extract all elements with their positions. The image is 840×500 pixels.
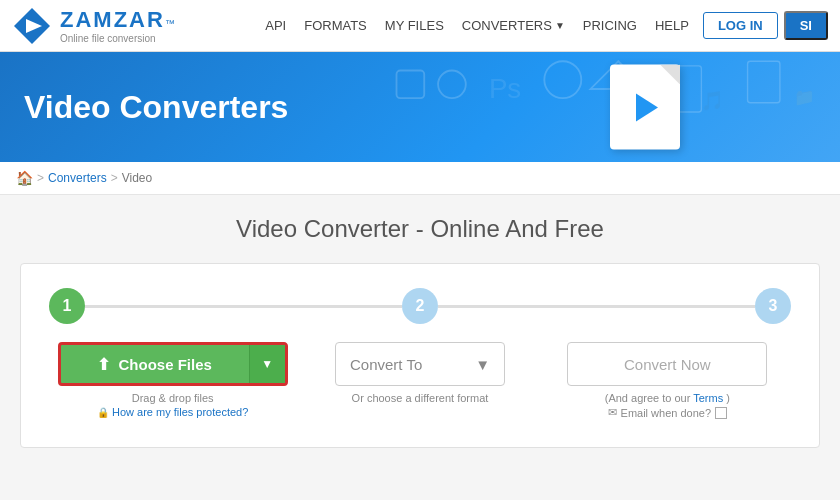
- nav-links: API FORMATS MY FILES CONVERTERS ▼ PRICIN…: [265, 18, 689, 33]
- svg-rect-2: [397, 70, 425, 98]
- breadcrumb-home[interactable]: 🏠: [16, 170, 33, 186]
- convert-to-button[interactable]: Convert To ▼: [335, 342, 505, 386]
- email-checkbox[interactable]: [715, 407, 727, 419]
- play-triangle: [636, 93, 658, 121]
- step-connector-1: [85, 305, 402, 308]
- svg-text:Ps: Ps: [489, 73, 521, 104]
- step-3-circle: 3: [755, 288, 791, 324]
- convert-now-col: Convert Now (And agree to our Terms ) ✉ …: [544, 342, 791, 419]
- choose-files-dropdown[interactable]: ▼: [249, 345, 285, 383]
- lock-icon: 🔒: [97, 407, 109, 418]
- step-1-container: 1: [49, 288, 85, 324]
- svg-point-5: [544, 61, 581, 98]
- terms-post: ): [726, 392, 730, 404]
- convert-to-label: Convert To: [350, 356, 422, 373]
- terms-row: (And agree to our Terms ): [605, 392, 730, 404]
- brand-name: ZAMZAR: [60, 7, 165, 33]
- nav-formats[interactable]: FORMATS: [304, 18, 367, 33]
- step-2-circle: 2: [402, 288, 438, 324]
- step-1-circle: 1: [49, 288, 85, 324]
- diff-format-text: Or choose a different format: [352, 392, 489, 404]
- choose-files-main: ⬆ Choose Files: [61, 345, 249, 383]
- email-label: Email when done?: [621, 407, 712, 419]
- step-connector-2: [438, 305, 755, 308]
- upload-icon: ⬆: [97, 355, 110, 374]
- svg-text:📁: 📁: [794, 87, 815, 108]
- convert-now-button[interactable]: Convert Now: [567, 342, 767, 386]
- converters-dropdown-icon: ▼: [555, 20, 565, 31]
- protected-label[interactable]: How are my files protected?: [112, 406, 248, 418]
- step-3-container: 3: [755, 288, 791, 324]
- logo-icon: [12, 6, 52, 46]
- main-content: Video Converter - Online And Free 1 2 3: [0, 195, 840, 448]
- breadcrumb-current: Video: [122, 171, 152, 185]
- logo-area: ZAMZAR ™ Online file conversion: [12, 6, 175, 46]
- choose-files-button[interactable]: ⬆ Choose Files ▼: [58, 342, 288, 386]
- actions-row: ⬆ Choose Files ▼ Drag & drop files 🔒 How…: [49, 342, 791, 419]
- terms-pre: (And agree to our: [605, 392, 693, 404]
- converter-card: 1 2 3 ⬆ Choose Files ▼: [20, 263, 820, 448]
- nav-converters[interactable]: CONVERTERS ▼: [462, 18, 565, 33]
- nav-my-files[interactable]: MY FILES: [385, 18, 444, 33]
- nav-help[interactable]: HELP: [655, 18, 689, 33]
- hero-doodles: Ps 🎵 📁: [378, 52, 840, 154]
- drag-drop-text: Drag & drop files: [132, 392, 214, 404]
- hero-file-icon: [610, 65, 680, 150]
- breadcrumb-sep2: >: [111, 171, 118, 185]
- logo-text: ZAMZAR ™ Online file conversion: [60, 7, 175, 44]
- navbar: ZAMZAR ™ Online file conversion API FORM…: [0, 0, 840, 52]
- choose-files-col: ⬆ Choose Files ▼ Drag & drop files 🔒 How…: [49, 342, 296, 418]
- breadcrumb-sep1: >: [37, 171, 44, 185]
- login-button[interactable]: LOG IN: [703, 12, 778, 39]
- steps-row: 1 2 3: [49, 288, 791, 324]
- file-corner: [660, 65, 680, 85]
- convert-now-label: Convert Now: [624, 356, 711, 373]
- choose-files-label: Choose Files: [118, 356, 211, 373]
- protected-text: 🔒 How are my files protected?: [97, 406, 248, 418]
- hero-title: Video Converters: [24, 89, 288, 126]
- email-row: ✉ Email when done?: [608, 406, 728, 419]
- breadcrumb-converters[interactable]: Converters: [48, 171, 107, 185]
- trademark: ™: [165, 18, 175, 29]
- svg-point-3: [438, 70, 466, 98]
- nav-api[interactable]: API: [265, 18, 286, 33]
- terms-link[interactable]: Terms: [693, 392, 723, 404]
- hero-banner: Ps 🎵 📁 Video Converters: [0, 52, 840, 162]
- convert-to-col: Convert To ▼ Or choose a different forma…: [296, 342, 543, 404]
- step-2-container: 2: [402, 288, 438, 324]
- svg-rect-9: [748, 61, 780, 103]
- breadcrumb: 🏠 > Converters > Video: [0, 162, 840, 195]
- svg-text:🎵: 🎵: [701, 89, 725, 112]
- nav-pricing[interactable]: PRICING: [583, 18, 637, 33]
- signup-button[interactable]: SI: [784, 11, 828, 40]
- converter-title: Video Converter - Online And Free: [20, 215, 820, 243]
- convert-to-arrow: ▼: [475, 356, 490, 373]
- email-icon: ✉: [608, 406, 617, 419]
- brand-subtitle: Online file conversion: [60, 33, 175, 44]
